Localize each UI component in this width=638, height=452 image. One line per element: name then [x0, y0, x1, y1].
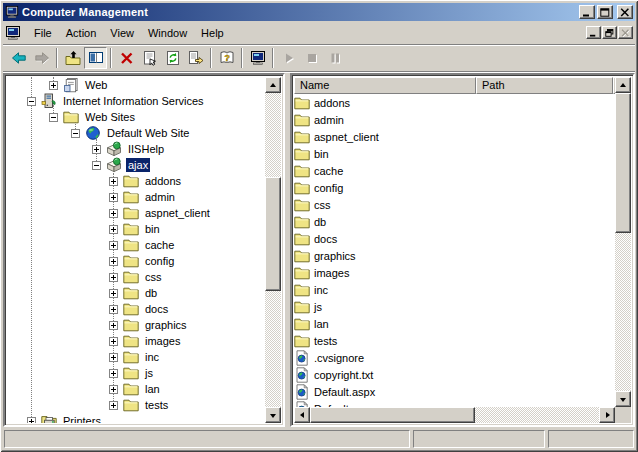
tree-item-label[interactable]: IISHelp	[126, 142, 166, 156]
toolbar-stop-button[interactable]	[300, 47, 323, 69]
toolbar-pause-button[interactable]	[323, 47, 346, 69]
tree-item-aspnet-client[interactable]: aspnet_client	[7, 205, 265, 221]
scroll-left-button[interactable]	[294, 407, 310, 423]
list-item-lan[interactable]: lan	[294, 315, 615, 332]
list-item-images[interactable]: images	[294, 264, 615, 281]
scrollbar-thumb[interactable]	[310, 407, 475, 423]
toolbar-properties-button[interactable]	[138, 47, 161, 69]
tree-item-bin[interactable]: bin	[7, 221, 265, 237]
list-item-copyright-txt[interactable]: copyright.txt	[294, 366, 615, 383]
scroll-down-button[interactable]	[615, 391, 631, 407]
tree-item-label[interactable]: tests	[143, 398, 170, 412]
expand-toggle[interactable]	[27, 417, 36, 424]
list-item-js[interactable]: js	[294, 298, 615, 315]
tree-item-label[interactable]: db	[143, 286, 159, 300]
list-item-tests[interactable]: tests	[294, 332, 615, 349]
list-item-addons[interactable]: addons	[294, 94, 615, 111]
tree-vertical-scrollbar[interactable]	[265, 77, 281, 423]
list-item-aspnet-client[interactable]: aspnet_client	[294, 128, 615, 145]
tree-item-default-web-site[interactable]: Default Web Site	[7, 125, 265, 141]
tree-item-inc[interactable]: inc	[7, 349, 265, 365]
collapse-toggle[interactable]	[27, 97, 36, 106]
tree-item-label[interactable]: cache	[143, 238, 176, 252]
tree-item-config[interactable]: config	[7, 253, 265, 269]
list-item-inc[interactable]: inc	[294, 281, 615, 298]
tree-item-label[interactable]: Web Sites	[83, 110, 137, 124]
list-item-config[interactable]: config	[294, 179, 615, 196]
tree-item-label[interactable]: inc	[143, 350, 161, 364]
toolbar-show-hide-console-tree-button[interactable]	[84, 47, 107, 69]
expand-toggle[interactable]	[109, 241, 118, 250]
tree-item-label[interactable]: lan	[143, 382, 162, 396]
tree-item-ajax[interactable]: ajax	[7, 157, 265, 173]
expand-toggle[interactable]	[109, 209, 118, 218]
expand-toggle[interactable]	[109, 273, 118, 282]
scroll-up-button[interactable]	[615, 77, 631, 93]
expand-toggle[interactable]	[109, 257, 118, 266]
tree-item-addons[interactable]: addons	[7, 173, 265, 189]
tree-item-graphics[interactable]: graphics	[7, 317, 265, 333]
scrollbar-thumb[interactable]	[265, 177, 281, 291]
tree-item-js[interactable]: js	[7, 365, 265, 381]
expand-toggle[interactable]	[109, 385, 118, 394]
tree-item-label[interactable]: config	[143, 254, 176, 268]
tree-item-label[interactable]: Printers	[61, 414, 103, 423]
expand-toggle[interactable]	[109, 289, 118, 298]
list-item-css[interactable]: css	[294, 196, 615, 213]
tree-item-label[interactable]: docs	[143, 302, 170, 316]
tree-item-iishelp[interactable]: IISHelp	[7, 141, 265, 157]
toolbar-export-list-button[interactable]	[184, 47, 207, 69]
tree-item-lan[interactable]: lan	[7, 381, 265, 397]
toolbar-forward-button[interactable]	[30, 47, 53, 69]
expand-toggle[interactable]	[109, 225, 118, 234]
menu-action[interactable]: Action	[59, 24, 104, 42]
list-item-default-aspx[interactable]: Default.aspx	[294, 383, 615, 400]
scrollbar-thumb[interactable]	[615, 93, 631, 233]
expand-toggle[interactable]	[109, 369, 118, 378]
expand-toggle[interactable]	[109, 193, 118, 202]
menu-window[interactable]: Window	[141, 24, 194, 42]
mdi-close-button[interactable]	[618, 26, 633, 39]
menu-view[interactable]: View	[103, 24, 141, 42]
tree-item-css[interactable]: css	[7, 269, 265, 285]
expand-toggle[interactable]	[109, 177, 118, 186]
tree-item-tests[interactable]: tests	[7, 397, 265, 413]
toolbar-refresh-button[interactable]	[161, 47, 184, 69]
tree-item-web[interactable]: Web	[7, 77, 265, 93]
column-header-path[interactable]: Path	[476, 77, 613, 94]
tree-item-db[interactable]: db	[7, 285, 265, 301]
tree-item-label[interactable]: Internet Information Services	[61, 94, 206, 108]
menu-help[interactable]: Help	[194, 24, 231, 42]
mdi-restore-button[interactable]	[602, 26, 617, 39]
tree-item-label[interactable]: addons	[143, 174, 183, 188]
mdi-system-computer-icon[interactable]	[5, 25, 21, 41]
collapse-toggle[interactable]	[92, 161, 101, 170]
toolbar-help-button[interactable]: ?	[215, 47, 238, 69]
tree-item-label[interactable]: admin	[143, 190, 177, 204]
tree-item-label[interactable]: aspnet_client	[143, 206, 212, 220]
list-item-cvsignore[interactable]: .cvsignore	[294, 349, 615, 366]
tree-item-internet-information-services[interactable]: Internet Information Services	[7, 93, 265, 109]
toolbar-up-one-level-button[interactable]	[61, 47, 84, 69]
tree-item-docs[interactable]: docs	[7, 301, 265, 317]
minimize-button[interactable]	[579, 5, 595, 19]
tree-item-cache[interactable]: cache	[7, 237, 265, 253]
tree-item-label[interactable]: Web	[83, 78, 109, 92]
tree-item-admin[interactable]: admin	[7, 189, 265, 205]
expand-toggle[interactable]	[92, 145, 101, 154]
tree-item-label[interactable]: graphics	[143, 318, 189, 332]
list-item-graphics[interactable]: graphics	[294, 247, 615, 264]
menu-file[interactable]: File	[27, 24, 59, 42]
toolbar-delete-button[interactable]	[115, 47, 138, 69]
list-item-cache[interactable]: cache	[294, 162, 615, 179]
expand-toggle[interactable]	[49, 81, 58, 90]
expand-toggle[interactable]	[109, 321, 118, 330]
collapse-toggle[interactable]	[49, 113, 58, 122]
tree-item-label[interactable]: css	[143, 270, 164, 284]
collapse-toggle[interactable]	[71, 129, 80, 138]
tree-item-printers[interactable]: Printers	[7, 413, 265, 423]
tree-item-images[interactable]: images	[7, 333, 265, 349]
expand-toggle[interactable]	[109, 337, 118, 346]
tree-item-label[interactable]: ajax	[126, 158, 150, 172]
list-vertical-scrollbar[interactable]	[615, 77, 631, 407]
